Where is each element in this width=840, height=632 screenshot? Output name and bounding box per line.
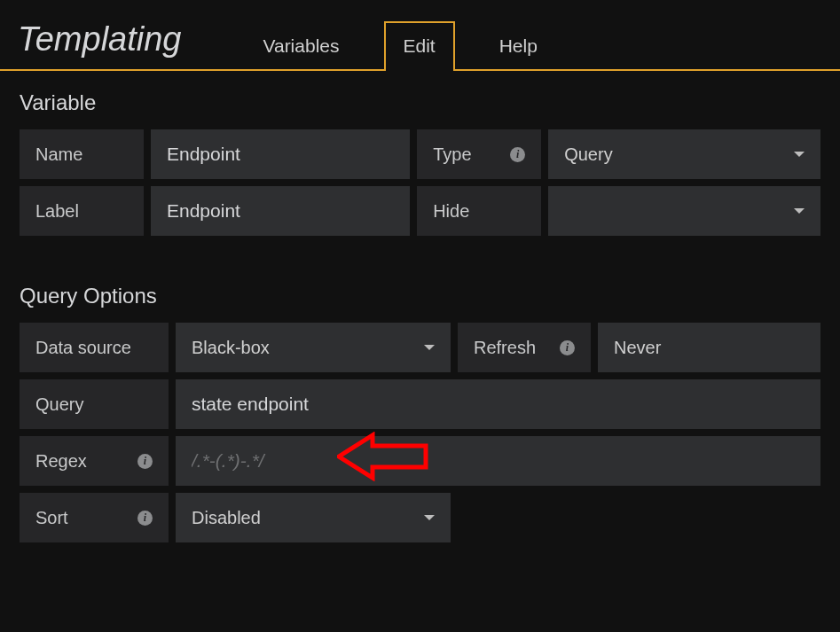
sort-select-value: Disabled [192,508,261,528]
chevron-down-icon [794,152,805,157]
query-row-datasource: Data source Black-box Refresh i Never [20,323,820,372]
label-label: Label [20,186,144,236]
name-label: Name [20,129,144,179]
query-input-wrap [176,379,820,429]
variable-section-title: Variable [20,90,820,115]
tab-help[interactable]: Help [480,21,557,71]
info-icon[interactable]: i [560,340,575,355]
type-select-value: Query [564,144,612,165]
tabs: Variables Edit Help [244,0,557,69]
name-input-wrap [151,129,410,179]
info-icon[interactable]: i [137,454,153,469]
hide-select[interactable] [548,186,820,236]
query-options-section: Query Options Data source Black-box Refr… [0,246,840,553]
chevron-down-icon [794,208,805,214]
regex-input[interactable] [192,450,805,472]
label-input[interactable] [167,200,394,222]
variable-row-2: Label Hide [20,186,820,236]
refresh-label: Refresh i [458,323,591,372]
type-select[interactable]: Query [548,129,820,179]
hide-label: Hide [417,186,541,236]
query-input[interactable] [192,394,805,415]
refresh-select[interactable]: Never [598,323,820,372]
sort-label: Sort i [20,493,169,542]
query-row-sort: Sort i Disabled [20,493,820,542]
chevron-down-icon [424,515,435,520]
chevron-down-icon [424,345,435,350]
sort-select[interactable]: Disabled [176,493,451,542]
header: Templating Variables Edit Help [0,0,840,71]
refresh-label-text: Refresh [474,338,536,358]
query-label: Query [20,379,169,429]
refresh-select-value: Never [614,338,661,358]
regex-label-text: Regex [35,451,87,472]
query-row-query: Query [20,379,820,429]
name-input[interactable] [167,144,394,165]
regex-label: Regex i [20,436,169,486]
datasource-select[interactable]: Black-box [176,323,451,372]
variable-row-1: Name Type i Query [20,129,820,179]
info-icon[interactable]: i [510,147,525,162]
tab-variables[interactable]: Variables [244,21,359,71]
datasource-select-value: Black-box [192,338,270,358]
query-row-regex: Regex i [20,436,820,486]
info-icon[interactable]: i [137,511,153,526]
label-input-wrap [151,186,410,236]
type-label: Type i [417,129,541,179]
variable-section: Variable Name Type i Query Label Hide [0,71,840,246]
regex-input-wrap [176,436,820,486]
datasource-label: Data source [20,323,169,372]
tab-edit[interactable]: Edit [384,21,455,71]
query-options-title: Query Options [20,284,820,308]
page-title: Templating [18,20,182,69]
sort-label-text: Sort [35,508,68,528]
type-label-text: Type [433,144,471,165]
